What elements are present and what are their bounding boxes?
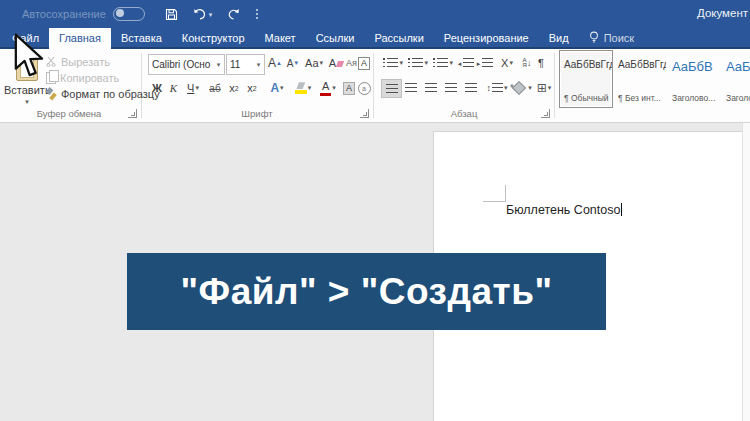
clear-formatting-button[interactable]: А (327, 54, 345, 72)
bold-button[interactable]: Ж (149, 79, 165, 97)
decrease-indent-button[interactable]: ◂ (457, 54, 475, 72)
align-left-button[interactable] (381, 79, 402, 98)
style-name: ¶ Обычный (564, 93, 609, 103)
asian-layout-button[interactable]: Х▾ (496, 54, 518, 72)
autosave-toggle[interactable] (113, 7, 145, 21)
increase-indent-button[interactable]: ▸ (476, 54, 494, 72)
grow-font-icon: А (268, 56, 276, 70)
title-bar: Автосохранение ▾ (0, 0, 750, 28)
enclose-characters-button[interactable]: а (357, 81, 371, 95)
save-button[interactable] (165, 8, 178, 21)
align-right-icon (425, 83, 437, 93)
borders-button[interactable]: ⊞▾ (534, 79, 554, 97)
tab-references[interactable]: Ссылки (306, 28, 365, 47)
align-center-icon (405, 83, 417, 93)
scissors-icon (46, 56, 57, 67)
font-dialog-launcher-icon[interactable] (360, 109, 369, 118)
bold-icon: Ж (152, 82, 162, 94)
change-case-button[interactable]: Аа▾ (303, 54, 325, 72)
cut-button[interactable]: Вырезать (46, 54, 110, 69)
distribute-button[interactable] (461, 79, 480, 96)
show-marks-button[interactable]: ¶ (534, 54, 548, 72)
sort-arrow: ↓ (527, 58, 532, 68)
font-size-combobox[interactable]: 11 ▾ (226, 54, 265, 75)
highlight-color-button[interactable]: ▾ (291, 79, 315, 97)
line-spacing-icon: ↕ (486, 83, 491, 93)
paste-dropdown-icon[interactable]: ▾ (4, 98, 50, 105)
document-heading-text: Бюллетень Contoso (506, 203, 620, 217)
paragraph-dialog-launcher-icon[interactable] (541, 109, 550, 118)
clipboard-dialog-launcher-icon[interactable] (128, 109, 137, 118)
justify-button[interactable] (441, 79, 460, 96)
superscript-button[interactable]: х2 (244, 79, 260, 97)
style-preview: АаБбВвГгд (618, 59, 666, 70)
tab-review[interactable]: Рецензирование (434, 28, 539, 47)
align-right-button[interactable] (421, 79, 440, 96)
qat-more-button[interactable] (255, 8, 259, 20)
font-color-letter: А (322, 81, 329, 92)
style-card-normal[interactable]: АаБбВвГгд ¶ Обычный (559, 50, 613, 108)
text-effects-button[interactable]: А▾ (266, 79, 288, 97)
bullet-list-button[interactable]: ▾ (381, 54, 405, 72)
document-title: Документ (697, 7, 748, 19)
multilevel-list-button[interactable]: ▾ (431, 54, 455, 72)
font-name-combobox[interactable]: Calibri (Осно ▾ (148, 54, 225, 75)
chevron-down-icon[interactable]: ▾ (213, 61, 224, 69)
scrollbar-track[interactable] (742, 123, 750, 421)
tab-search[interactable]: Поиск (579, 28, 644, 47)
subscript-button[interactable]: х2 (226, 79, 242, 97)
chevron-down-icon[interactable]: ▾ (253, 61, 264, 69)
font-color-button[interactable]: А ▾ (317, 79, 339, 97)
undo-dropdown-icon[interactable]: ▾ (209, 11, 213, 18)
style-name: Заголово... (672, 93, 715, 103)
paragraph-group-label: Абзац (378, 108, 550, 119)
grow-font-button[interactable]: А▲ (267, 54, 283, 72)
copy-button[interactable]: Копировать (46, 70, 119, 85)
line-spacing-button[interactable]: ↕ ▾ (484, 79, 510, 97)
undo-button[interactable]: ▾ (193, 8, 213, 20)
strikethrough-icon: аб (209, 83, 220, 94)
shrink-font-button[interactable]: А▼ (285, 54, 301, 72)
font-name-value: Calibri (Осно (149, 59, 213, 70)
tab-layout[interactable]: Макет (255, 28, 306, 47)
style-card-heading1[interactable]: АаБбВ Заголово... (667, 50, 721, 108)
autosave-label: Автосохранение (22, 8, 106, 20)
shading-button[interactable]: ▾ (512, 79, 534, 97)
superscript-number: 2 (253, 85, 257, 92)
tab-home[interactable]: Главная (49, 28, 111, 47)
format-painter-button[interactable]: Формат по образцу (46, 86, 160, 101)
more-dots-icon (255, 8, 259, 20)
character-border-button[interactable]: А (357, 56, 371, 70)
font-group-label: Шрифт (146, 108, 368, 119)
italic-icon: К (170, 82, 177, 94)
character-shading-button[interactable]: А (341, 81, 357, 95)
font-size-value: 11 (227, 59, 253, 70)
style-preview: АаБбВ (726, 59, 750, 74)
style-card-no-spacing[interactable]: АаБбВвГгд ¶ Без инт... (613, 50, 667, 108)
highlight-color-icon (295, 82, 307, 94)
align-left-icon (386, 84, 398, 94)
ribbon: Вставить ▾ Вырезать Копировать Формат по… (0, 49, 750, 123)
numbered-list-button[interactable]: ▾ (406, 54, 430, 72)
tab-view[interactable]: Вид (539, 28, 579, 47)
style-name: Заголово... (726, 93, 750, 103)
strikethrough-button[interactable]: аб (206, 79, 224, 97)
justify-icon (445, 83, 457, 93)
group-separator (554, 53, 555, 118)
character-border-icon: А (358, 57, 370, 70)
style-name: ¶ Без инт... (618, 93, 661, 103)
align-center-button[interactable] (401, 79, 420, 96)
undo-icon (193, 8, 207, 20)
bullet-list-icon (383, 58, 399, 68)
numbered-list-icon (408, 58, 424, 68)
save-icon (165, 8, 178, 21)
instruction-banner: "Файл" > "Создать" (127, 253, 606, 330)
tab-insert[interactable]: Вставка (111, 28, 172, 47)
tab-mailings[interactable]: Рассылки (364, 28, 433, 47)
italic-button[interactable]: К (166, 79, 181, 97)
style-card-heading2[interactable]: АаБбВ Заголово... (721, 50, 750, 108)
document-heading[interactable]: Бюллетень Contoso (506, 203, 622, 217)
redo-button[interactable] (227, 8, 240, 21)
underline-button[interactable]: Ч▾ (182, 79, 204, 97)
tab-design[interactable]: Конструктор (172, 28, 255, 47)
